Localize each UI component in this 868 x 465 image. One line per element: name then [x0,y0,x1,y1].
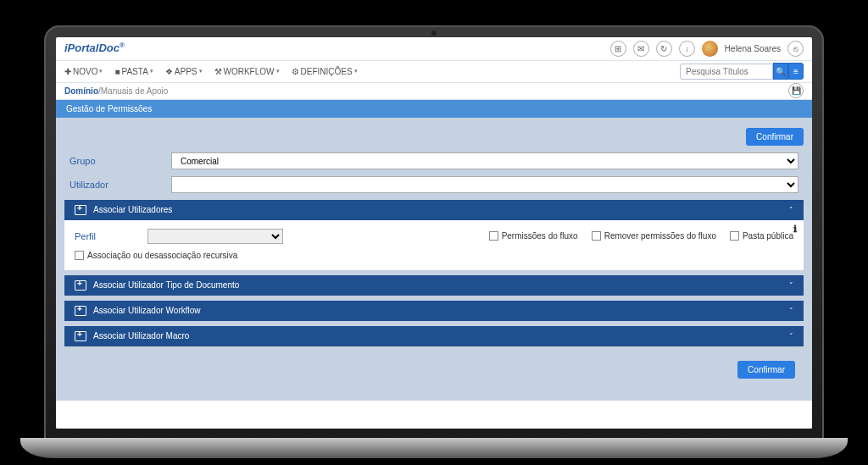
refresh-icon[interactable]: ↻ [656,41,672,57]
menu-novo[interactable]: ✚NOVO▾ [64,67,103,76]
folder-add-icon [75,306,86,316]
topbar: iPortalDoc® ⊞ ✉ ↻ ↓ Helena Soares ⎋ [56,37,812,61]
label-utilizador: Utilizador [70,180,171,190]
checkbox-pasta-publica[interactable] [730,231,739,241]
side-expand-icon[interactable]: › [47,212,51,224]
chevron-down-icon[interactable]: ˅ [789,307,793,315]
search-button[interactable]: 🔍 [773,63,788,80]
panel-assoc-users: ℹ Perfil Permissões do fluxo Remover per… [64,220,804,270]
upload-icon[interactable]: ↓ [679,41,695,57]
username: Helena Soares [725,44,781,53]
avatar[interactable] [702,41,718,57]
chevron-down-icon[interactable]: ˅ [789,281,793,290]
save-disk-icon[interactable]: 💾 [788,83,804,98]
menu-apps[interactable]: ❖APPS▾ [165,67,203,76]
accordion-assoc-tipo[interactable]: Associar Utilizador Tipo de Documento ˅ [64,275,804,296]
info-icon[interactable]: ℹ [793,224,797,235]
accordion-assoc-workflow[interactable]: Associar Utilizador Workflow ˅ [64,301,804,321]
search-input[interactable] [680,64,773,80]
label-perfil: Perfil [75,231,134,241]
checkbox-assoc-recursiva[interactable] [75,251,84,260]
breadcrumb: Domínio/Manuais de Apoio 💾 [56,83,812,100]
calendar-icon[interactable]: ⊞ [610,41,626,57]
accordion-assoc-macro[interactable]: Associar Utilizador Macro ˅ [64,326,804,346]
confirm-button-bottom[interactable]: Confirmar [737,361,795,379]
chevron-down-icon[interactable]: ˅ [789,332,793,340]
brand-logo: iPortalDoc® [64,42,125,54]
menu-definicoes[interactable]: ⚙DEFINIÇÕES▾ [292,67,358,76]
folder-add-icon [75,280,86,291]
chevron-up-icon[interactable]: ˄ [789,206,793,214]
breadcrumb-child: Manuais de Apoio [101,86,169,96]
menu-pasta[interactable]: ■PASTA▾ [114,67,153,76]
select-perfil[interactable] [147,229,283,244]
checkbox-perm-fluxo[interactable] [489,231,498,241]
label-grupo: Grupo [70,156,171,166]
logout-icon[interactable]: ⎋ [787,41,804,57]
search-mode-button[interactable]: ≡ [788,63,804,80]
breadcrumb-root[interactable]: Domínio [64,86,98,96]
select-grupo[interactable]: Comercial [171,152,798,169]
folder-add-icon [75,205,86,215]
folder-add-icon [75,331,86,341]
confirm-button-top[interactable]: Confirmar [746,128,804,146]
menu-workflow[interactable]: ⚒WORKFLOW▾ [214,67,280,76]
select-utilizador[interactable] [171,176,798,193]
menubar: ✚NOVO▾ ■PASTA▾ ❖APPS▾ ⚒WORKFLOW▾ ⚙DEFINI… [56,61,812,83]
accordion-assoc-users[interactable]: Associar Utilizadores ˄ [64,200,804,220]
section-title: Gestão de Permissões [56,100,812,118]
checkbox-remover-perm[interactable] [592,231,601,241]
mail-icon[interactable]: ✉ [633,41,649,57]
